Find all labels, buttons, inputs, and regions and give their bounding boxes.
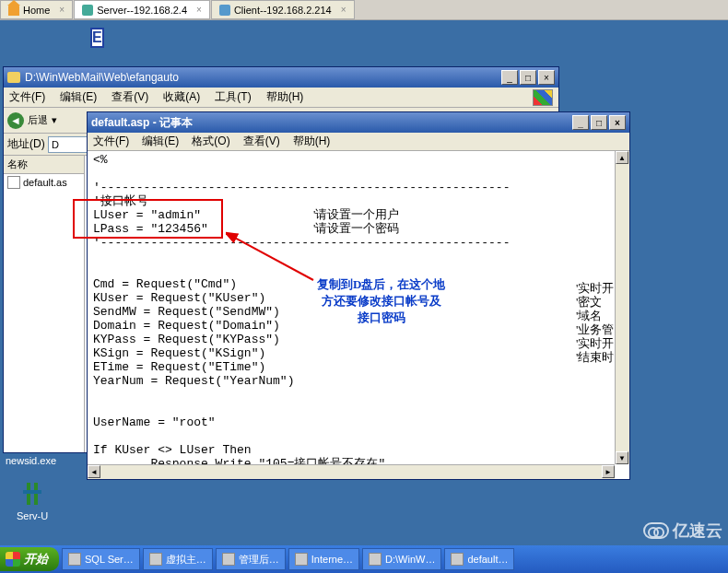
file-name: default.as [23, 177, 67, 188]
notepad-titlebar[interactable]: default.asp - 记事本 _ □ × [88, 112, 629, 133]
watermark-icon [643, 522, 669, 539]
taskbar: 开始 SQL Ser… 虚拟主… 管理后… Interne… D:\WinW… … [0, 545, 728, 573]
desktop-icon-servu[interactable]: Serv-U [17, 479, 48, 521]
tab-server[interactable]: Server--192.168.2.4 × [74, 0, 210, 19]
menu-help[interactable]: 帮助(H) [266, 89, 304, 105]
menu-fav[interactable]: 收藏(A) [163, 89, 200, 105]
notepad-text-area[interactable]: <% '------------------------------------… [88, 151, 629, 479]
notepad-title-text: default.asp - 记事本 [91, 115, 193, 131]
close-icon[interactable]: × [59, 5, 65, 15]
file-icon [7, 176, 20, 189]
watermark: 亿速云 [643, 520, 722, 542]
close-icon[interactable]: × [196, 5, 202, 15]
browser-tab-strip: Home × Server--192.168.2.4 × Client--192… [0, 0, 728, 20]
icon-label: Serv-U [17, 510, 48, 521]
notepad-window: default.asp - 记事本 _ □ × 文件(F) 编辑(E) 格式(O… [87, 111, 630, 480]
tab-client-label: Client--192.168.2.214 [234, 5, 332, 16]
close-icon[interactable]: × [341, 5, 346, 15]
svg-rect-2 [23, 490, 41, 494]
notepad-content: <% '------------------------------------… [88, 151, 629, 473]
close-button[interactable]: × [538, 70, 555, 85]
vertical-scrollbar[interactable]: ▲ ▼ [615, 151, 629, 464]
taskbar-item[interactable]: SQL Ser… [62, 548, 140, 570]
app-icon [149, 553, 162, 566]
tab-client[interactable]: Client--192.168.2.214 × [211, 0, 355, 19]
menu-help[interactable]: 帮助(H) [293, 134, 331, 149]
explorer-file-list: 名称 default.as [4, 156, 85, 452]
address-label: 地址(D) [7, 136, 45, 152]
code-comment-set-user: '请设置一个用户 '请设置一个密码 [313, 207, 399, 235]
client-icon [219, 5, 230, 16]
maximize-button[interactable]: □ [591, 115, 607, 130]
scroll-up-icon[interactable]: ▲ [616, 151, 628, 164]
icon-label: newsid.exe [6, 455, 56, 466]
e-icon: E [90, 28, 104, 48]
explorer-menu-bar: 文件(F) 编辑(E) 查看(V) 收藏(A) 工具(T) 帮助(H) [4, 88, 558, 108]
scroll-down-icon[interactable]: ▼ [616, 451, 628, 464]
column-header-name[interactable]: 名称 [4, 156, 84, 174]
close-button[interactable]: × [609, 115, 626, 130]
servu-icon [18, 479, 47, 509]
windows-flag-icon [533, 89, 553, 106]
menu-file[interactable]: 文件(F) [9, 89, 45, 105]
app-icon [369, 553, 382, 566]
taskbar-item[interactable]: Interne… [288, 548, 359, 570]
menu-edit[interactable]: 编辑(E) [142, 134, 179, 149]
tab-server-label: Server--192.168.2.4 [97, 5, 187, 16]
maximize-button[interactable]: □ [520, 70, 536, 85]
app-icon [68, 553, 81, 566]
folder-icon [7, 72, 20, 83]
start-label: 开始 [24, 551, 48, 567]
taskbar-item[interactable]: 虚拟主… [143, 548, 213, 570]
tab-home[interactable]: Home × [0, 0, 73, 19]
taskbar-item[interactable]: 管理后… [216, 548, 286, 570]
app-icon [222, 553, 235, 566]
code-comment-right: '实时开 '密文 '域名 '业务管 '实时开 '结束时 [576, 281, 614, 364]
windows-flag-icon [6, 552, 20, 567]
dropdown-icon[interactable]: ▾ [52, 114, 57, 126]
explorer-titlebar[interactable]: D:\WinWebMail\Web\efangauto _ □ × [4, 67, 558, 88]
menu-view[interactable]: 查看(V) [243, 134, 280, 149]
server-icon [82, 5, 93, 16]
horizontal-scrollbar[interactable]: ◄ ► [88, 464, 615, 479]
back-icon[interactable]: ◄ [7, 112, 24, 129]
home-icon [8, 5, 19, 16]
explorer-title-text: D:\WinWebMail\Web\efangauto [25, 71, 179, 84]
menu-view[interactable]: 查看(V) [112, 89, 148, 105]
menu-format[interactable]: 格式(O) [192, 134, 229, 149]
notepad-menu-bar: 文件(F) 编辑(E) 格式(O) 查看(V) 帮助(H) [88, 133, 629, 151]
app-icon [451, 553, 464, 566]
menu-tools[interactable]: 工具(T) [215, 89, 251, 105]
start-button[interactable]: 开始 [0, 547, 59, 571]
file-item[interactable]: default.as [4, 174, 84, 191]
taskbar-item[interactable]: D:\WinW… [362, 548, 441, 570]
taskbar-item[interactable]: default… [444, 548, 514, 570]
tab-home-label: Home [23, 5, 50, 16]
menu-edit[interactable]: 编辑(E) [60, 89, 97, 105]
minimize-button[interactable]: _ [501, 70, 518, 85]
minimize-button[interactable]: _ [572, 115, 589, 130]
scroll-left-icon[interactable]: ◄ [88, 465, 100, 478]
desktop-icon-e[interactable]: E [90, 28, 104, 48]
back-label[interactable]: 后退 [28, 113, 48, 127]
scroll-right-icon[interactable]: ► [602, 465, 615, 478]
menu-file[interactable]: 文件(F) [93, 134, 129, 149]
app-icon [295, 553, 308, 566]
